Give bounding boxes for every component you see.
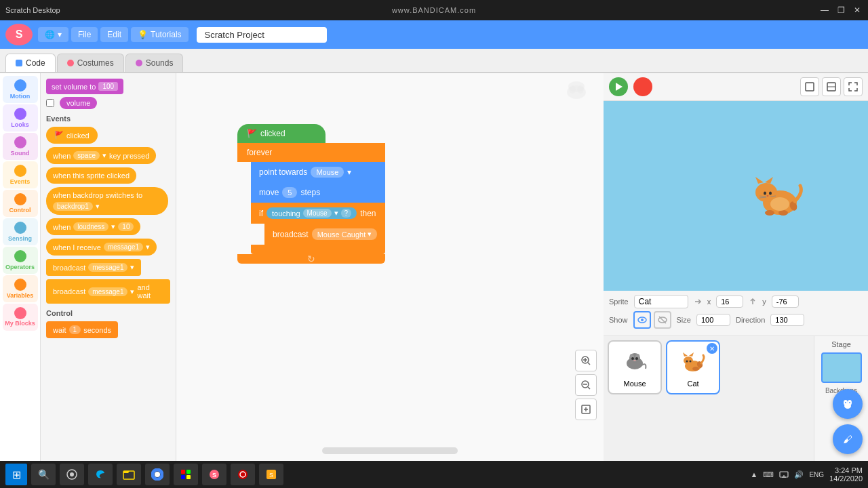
if-block-header[interactable]: if touching Mouse ▾ ? then bbox=[251, 203, 385, 224]
restore-button[interactable]: ❐ bbox=[835, 5, 846, 16]
categories-panel: Motion Looks Sound Events Control Sensin… bbox=[0, 73, 41, 461]
show-button[interactable] bbox=[633, 311, 651, 329]
svg-rect-71 bbox=[186, 475, 191, 479]
tutorials-menu[interactable]: 💡 Tutorials bbox=[131, 27, 189, 42]
taskbar-time-display: 3:24 PM 14/2/2020 bbox=[829, 466, 863, 483]
when-backdrop-switches-block[interactable]: when backdrop switches to backdrop1 ▾ bbox=[46, 187, 170, 215]
taskbar-up-icon[interactable]: ▲ bbox=[751, 470, 758, 479]
canvas-scroll-indicator[interactable] bbox=[322, 447, 458, 454]
category-motion[interactable]: Motion bbox=[3, 76, 38, 103]
svg-point-24 bbox=[764, 192, 766, 195]
when-receive-block[interactable]: when I receive message1 ▾ bbox=[46, 239, 170, 256]
x-coord-input[interactable] bbox=[716, 296, 743, 308]
tab-costumes[interactable]: Costumes bbox=[57, 54, 124, 72]
if-bottom-cap bbox=[251, 245, 385, 254]
cat-sprite-delete-button[interactable]: ✕ bbox=[707, 343, 717, 354]
costumes-icon bbox=[67, 60, 74, 66]
taskbar-chrome-button[interactable] bbox=[145, 464, 170, 485]
svg-point-30 bbox=[765, 210, 774, 216]
volume-variable-block[interactable]: volume bbox=[46, 97, 170, 109]
point-towards-block[interactable]: point towards Mouse ▾ bbox=[251, 162, 385, 182]
touching-dropdown-icon: ▾ bbox=[334, 209, 338, 218]
tab-code[interactable]: Code bbox=[5, 54, 56, 72]
set-volume-block[interactable]: set volume to 100 bbox=[46, 79, 170, 94]
category-myblocks[interactable]: My Blocks bbox=[3, 304, 38, 331]
taskbar-record-button[interactable] bbox=[231, 464, 255, 485]
hide-button[interactable] bbox=[654, 311, 671, 329]
sprite-list-area: Mouse ✕ bbox=[604, 336, 868, 461]
stop-button[interactable] bbox=[633, 77, 652, 96]
edit-menu[interactable]: Edit bbox=[100, 27, 128, 42]
minimize-button[interactable]: — bbox=[819, 5, 830, 16]
broadcast-block[interactable]: broadcast message1 ▾ bbox=[46, 259, 170, 276]
taskbar-volume-icon[interactable]: 🔊 bbox=[794, 470, 804, 479]
broadcast-canvas-block[interactable]: broadcast Mouse Caught ▾ bbox=[264, 224, 385, 245]
category-looks[interactable]: Looks bbox=[3, 104, 38, 131]
svg-point-64 bbox=[70, 472, 74, 476]
stage-view-buttons bbox=[800, 77, 863, 96]
when-space-key-block[interactable]: when space ▾ key pressed bbox=[46, 147, 170, 164]
move-steps-block[interactable]: move 5 steps bbox=[251, 182, 385, 203]
bandicam-watermark: www.BANDICAM.com bbox=[392, 6, 476, 14]
broadcast-and-wait-block[interactable]: broadcast message1 ▾ and wait bbox=[46, 279, 170, 304]
category-operators[interactable]: Operators bbox=[3, 247, 38, 274]
volume-checkbox[interactable] bbox=[46, 99, 54, 107]
forever-block[interactable]: forever bbox=[237, 143, 385, 162]
direction-input[interactable] bbox=[770, 314, 804, 326]
paint-sprite-fab[interactable]: 🖌 bbox=[833, 424, 863, 454]
taskbar-explorer-button[interactable] bbox=[117, 464, 141, 485]
y-coord-input[interactable] bbox=[772, 296, 799, 308]
taskbar-app8-button[interactable]: S bbox=[259, 464, 283, 485]
taskbar-network-icon[interactable] bbox=[779, 469, 789, 480]
taskbar-cortana-button[interactable] bbox=[60, 464, 84, 485]
project-name-input[interactable] bbox=[197, 27, 327, 43]
tabbar: Code Costumes Sounds bbox=[0, 49, 868, 73]
taskbar-search-button[interactable]: 🔍 bbox=[31, 464, 56, 485]
category-sound[interactable]: Sound bbox=[3, 133, 38, 160]
size-input[interactable] bbox=[696, 314, 730, 326]
add-sprite-fab[interactable] bbox=[833, 389, 863, 419]
globe-chevron: ▾ bbox=[58, 30, 62, 39]
sprite-name-input[interactable] bbox=[634, 295, 688, 308]
big-view-button[interactable] bbox=[822, 77, 841, 96]
category-control[interactable]: Control bbox=[3, 190, 38, 217]
zoom-in-button[interactable] bbox=[575, 350, 597, 371]
sprite-card-mouse[interactable]: Mouse bbox=[608, 340, 662, 394]
taskbar-app6-button[interactable]: S bbox=[202, 464, 226, 485]
fullscreen-button[interactable] bbox=[844, 77, 863, 96]
svg-point-46 bbox=[633, 360, 636, 361]
svg-rect-68 bbox=[181, 470, 185, 474]
svg-point-53 bbox=[692, 367, 699, 371]
when-flag-block[interactable]: 🚩 clicked bbox=[237, 124, 326, 143]
zoom-out-button[interactable] bbox=[575, 374, 597, 396]
broadcast-canvas-dropdown-icon: ▾ bbox=[368, 230, 372, 239]
svg-point-31 bbox=[778, 210, 788, 216]
when-sprite-clicked-block[interactable]: when this sprite clicked bbox=[46, 167, 170, 184]
green-flag-button[interactable] bbox=[609, 77, 628, 96]
taskbar-keyboard-icon: ⌨ bbox=[763, 470, 774, 479]
stage-thumbnail[interactable] bbox=[821, 352, 862, 383]
when-loudness-block[interactable]: when loudness ▾ 10 bbox=[46, 218, 170, 235]
when-green-flag-block[interactable]: 🚩 clicked bbox=[46, 127, 170, 144]
normal-view-button[interactable] bbox=[800, 77, 819, 96]
file-menu[interactable]: File bbox=[71, 27, 98, 42]
canvas-area[interactable]: 🚩 clicked forever point towards Mouse ▾ bbox=[176, 73, 604, 461]
category-variables[interactable]: Variables bbox=[3, 275, 38, 302]
taskbar-edge-button[interactable] bbox=[88, 464, 113, 485]
category-events[interactable]: Events bbox=[3, 161, 38, 188]
taskbar-app5-button[interactable] bbox=[174, 464, 198, 485]
taskbar-language-label: ENG bbox=[809, 471, 824, 479]
close-button[interactable]: ✕ bbox=[852, 5, 863, 16]
y-arrow-icon bbox=[749, 298, 757, 306]
category-sensing[interactable]: Sensing bbox=[3, 218, 38, 245]
show-hide-buttons bbox=[633, 311, 671, 329]
svg-point-60 bbox=[849, 402, 850, 403]
fit-button[interactable] bbox=[575, 399, 597, 420]
svg-point-44 bbox=[631, 357, 634, 360]
green-flag-icon: 🚩 bbox=[54, 131, 64, 140]
wait-block[interactable]: wait 1 seconds bbox=[46, 321, 170, 338]
start-button[interactable]: ⊞ bbox=[5, 464, 27, 485]
sprite-card-cat[interactable]: ✕ Cat bbox=[666, 340, 720, 394]
tab-sounds[interactable]: Sounds bbox=[125, 54, 184, 72]
globe-menu[interactable]: 🌐 ▾ bbox=[38, 27, 68, 42]
